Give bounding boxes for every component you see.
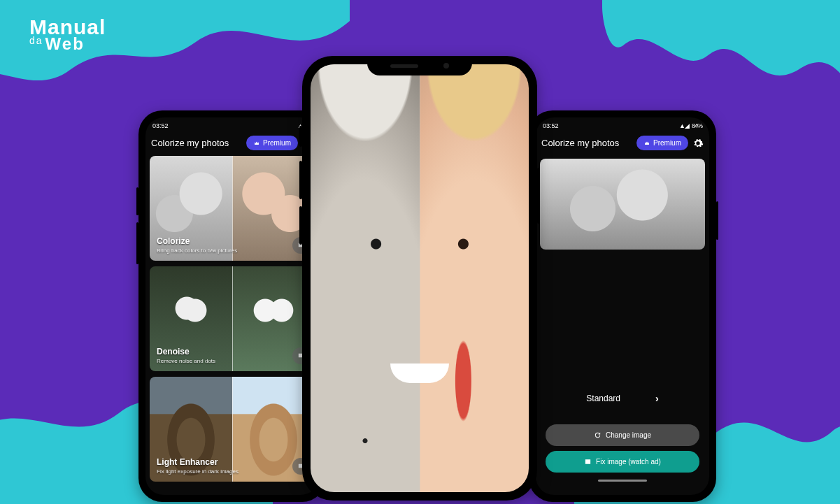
crown-icon bbox=[643, 140, 650, 147]
before-after-face bbox=[311, 64, 529, 492]
status-bar: 03:52 ▲◢◑ bbox=[145, 117, 319, 131]
premium-button[interactable]: Premium bbox=[636, 136, 688, 150]
app-title: Colorize my photos bbox=[541, 138, 619, 148]
card-desc: Bring back colors to b/w pictures bbox=[157, 247, 237, 254]
fix-image-button[interactable]: Fix image (watch ad) bbox=[546, 451, 699, 473]
card-desc: Fix light exposure in dark images bbox=[157, 468, 239, 475]
status-battery: 84% bbox=[692, 122, 702, 129]
brand-logo: Manual daWeb bbox=[29, 17, 106, 52]
brand-line2: daWeb bbox=[29, 36, 106, 52]
card-desc: Remove noise and dots bbox=[157, 358, 215, 364]
quality-label: Standard bbox=[586, 394, 620, 403]
card-title: Denoise bbox=[157, 347, 215, 357]
feature-card-light-enhancer[interactable]: Light Enhancer Fix light exposure in dar… bbox=[150, 377, 315, 482]
app-header: Colorize my photos Premium bbox=[536, 131, 709, 156]
chevron-right-icon: › bbox=[655, 393, 659, 404]
crown-icon bbox=[253, 140, 260, 147]
phone-mockup-center bbox=[302, 56, 537, 501]
premium-button[interactable]: Premium bbox=[246, 136, 298, 150]
card-title: Light Enhancer bbox=[157, 457, 239, 467]
phone-mockup-left: 03:52 ▲◢◑ Colorize my photos Premium Col… bbox=[138, 110, 326, 502]
home-indicator bbox=[598, 480, 647, 482]
phone-notch bbox=[367, 56, 472, 75]
feature-card-denoise[interactable]: Denoise Remove noise and dots bbox=[150, 266, 315, 371]
feature-card-colorize[interactable]: Colorize Bring back colors to b/w pictur… bbox=[150, 156, 315, 261]
settings-icon[interactable] bbox=[692, 138, 704, 149]
status-time: 03:52 bbox=[152, 122, 169, 129]
app-title: Colorize my photos bbox=[151, 138, 229, 148]
swap-icon bbox=[594, 431, 601, 439]
wave-blob-top-right bbox=[602, 0, 840, 126]
phone-mockup-right: 03:52 ▲◢ 84% Colorize my photos Premium … bbox=[529, 110, 716, 502]
feature-list: Colorize Bring back colors to b/w pictur… bbox=[145, 156, 319, 491]
status-icons: ▲◢ bbox=[679, 122, 689, 129]
status-bar: 03:52 ▲◢ 84% bbox=[536, 117, 709, 131]
selected-image-preview[interactable] bbox=[540, 159, 705, 250]
change-image-button[interactable]: Change image bbox=[546, 424, 699, 446]
app-header: Colorize my photos Premium bbox=[145, 131, 319, 156]
image-icon bbox=[584, 458, 592, 466]
card-title: Colorize bbox=[157, 236, 237, 246]
status-time: 03:52 bbox=[543, 122, 559, 129]
brand-line1: Manual bbox=[29, 17, 106, 36]
quality-selector[interactable]: Standard › bbox=[540, 375, 705, 419]
